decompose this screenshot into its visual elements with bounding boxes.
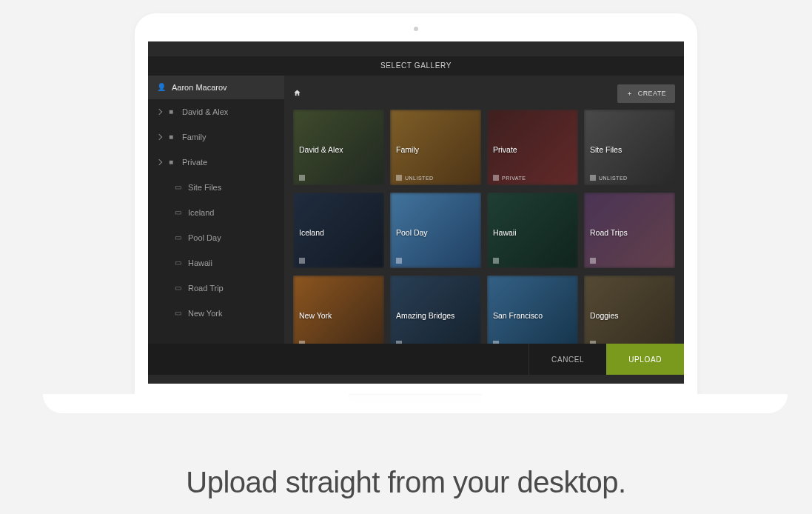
sidebar-gallery[interactable]: ▭ Hawaii	[148, 250, 284, 276]
folder-icon: ■	[169, 99, 178, 124]
user-name: Aaron Macarov	[172, 76, 227, 99]
badge-label: UNLISTED	[405, 176, 434, 181]
gallery-card[interactable]: Site Files UNLISTED	[584, 110, 675, 185]
chevron-right-icon	[156, 134, 162, 140]
cancel-button[interactable]: CANCEL	[529, 344, 606, 375]
card-title: Road Trips	[590, 228, 628, 237]
card-badge	[299, 341, 308, 344]
card-thumbnail	[293, 276, 384, 344]
card-badge: PRIVATE	[493, 175, 526, 181]
sidebar-item-label: Pool Day	[188, 225, 221, 250]
badge-icon	[590, 175, 596, 181]
create-label: CREATE	[638, 90, 666, 97]
gallery-card[interactable]: Pool Day	[390, 193, 481, 268]
gallery-card[interactable]: Hawaii	[487, 193, 578, 268]
badge-icon	[299, 341, 305, 344]
plus-icon: ＋	[626, 89, 633, 99]
gallery-icon: ▭	[175, 200, 184, 225]
badge-icon	[590, 341, 596, 344]
card-title: Site Files	[590, 145, 622, 154]
card-thumbnail	[584, 276, 675, 344]
gallery-card[interactable]: San Francisco	[487, 276, 578, 344]
gallery-card[interactable]: Family UNLISTED	[390, 110, 481, 185]
card-badge	[299, 175, 308, 181]
card-title: Family	[396, 145, 419, 154]
modal-title: SELECT GALLERY	[148, 56, 684, 76]
sidebar-item-label: New York	[188, 301, 222, 326]
card-badge	[396, 258, 405, 264]
badge-icon	[493, 341, 499, 344]
sidebar-folder[interactable]: ■ David & Alex	[148, 99, 284, 124]
page-headline: Upload straight from your desktop.	[0, 466, 812, 499]
card-thumbnail	[487, 276, 578, 344]
sidebar-item-label: Family	[182, 124, 206, 150]
card-badge	[590, 258, 599, 264]
gallery-grid: David & Alex Family UNLISTED Private PRI…	[293, 110, 675, 344]
gallery-card[interactable]: New York	[293, 276, 384, 344]
modal-footer: CANCEL UPLOAD	[148, 344, 684, 375]
badge-icon	[299, 258, 305, 264]
gallery-card[interactable]: Iceland	[293, 193, 384, 268]
home-icon[interactable]	[293, 89, 301, 99]
sidebar-item-label: David & Alex	[182, 99, 228, 124]
badge-icon	[299, 175, 305, 181]
sidebar-user[interactable]: 👤 Aaron Macarov	[148, 76, 284, 99]
sidebar-gallery[interactable]: ▭ Site Files	[148, 175, 284, 200]
card-title: San Francisco	[493, 311, 543, 320]
badge-label: UNLISTED	[599, 176, 628, 181]
user-icon: 👤	[157, 76, 166, 99]
card-badge: UNLISTED	[396, 175, 434, 181]
gallery-icon: ▭	[175, 175, 184, 200]
badge-icon	[493, 258, 499, 264]
card-title: Hawaii	[493, 228, 517, 237]
chevron-right-icon	[156, 159, 162, 165]
modal-body: 👤 Aaron Macarov ■ David & Alex ■ Family …	[148, 76, 684, 344]
gallery-card[interactable]: Private PRIVATE	[487, 110, 578, 185]
create-button[interactable]: ＋ CREATE	[617, 84, 675, 103]
sidebar-folder[interactable]: ■ Private	[148, 150, 284, 175]
card-title: Doggies	[590, 311, 619, 320]
folder-icon: ■	[169, 150, 178, 175]
card-badge	[299, 258, 308, 264]
card-badge	[493, 258, 502, 264]
card-title: New York	[299, 311, 332, 320]
sidebar-gallery[interactable]: ▭ New York	[148, 301, 284, 326]
card-title: Pool Day	[396, 228, 428, 237]
content-pane: ＋ CREATE David & Alex Family UNLISTED Pr…	[284, 76, 684, 344]
sidebar-item-label: Private	[182, 150, 207, 175]
laptop-base	[43, 394, 788, 413]
sidebar-folder[interactable]: ■ Family	[148, 124, 284, 150]
chevron-right-icon	[156, 109, 162, 115]
badge-icon	[396, 258, 402, 264]
card-title: David & Alex	[299, 145, 343, 154]
badge-icon	[590, 258, 596, 264]
sidebar-gallery[interactable]: ▭ Road Trip	[148, 276, 284, 301]
sidebar: 👤 Aaron Macarov ■ David & Alex ■ Family …	[148, 76, 284, 344]
card-badge	[590, 341, 599, 344]
gallery-icon: ▭	[175, 276, 184, 301]
card-badge: UNLISTED	[590, 175, 628, 181]
gallery-card[interactable]: David & Alex	[293, 110, 384, 185]
laptop-frame: SELECT GALLERY 👤 Aaron Macarov ■ David &…	[135, 13, 697, 398]
gallery-card[interactable]: Amazing Bridges	[390, 276, 481, 344]
badge-icon	[493, 175, 499, 181]
card-badge	[493, 341, 502, 344]
gallery-card[interactable]: Road Trips	[584, 193, 675, 268]
gallery-modal: SELECT GALLERY 👤 Aaron Macarov ■ David &…	[148, 56, 684, 375]
sidebar-item-label: Site Files	[188, 175, 221, 200]
upload-button[interactable]: UPLOAD	[606, 344, 684, 375]
sidebar-item-label: Hawaii	[188, 250, 212, 276]
camera-dot	[414, 27, 418, 31]
badge-icon	[396, 341, 402, 344]
card-title: Iceland	[299, 228, 324, 237]
gallery-card[interactable]: Doggies	[584, 276, 675, 344]
card-badge	[396, 341, 405, 344]
badge-icon	[396, 175, 402, 181]
gallery-icon: ▭	[175, 301, 184, 326]
sidebar-gallery[interactable]: ▭ Iceland	[148, 200, 284, 225]
folder-icon: ■	[169, 124, 178, 150]
sidebar-gallery[interactable]: ▭ Pool Day	[148, 225, 284, 250]
badge-label: PRIVATE	[502, 176, 526, 181]
sidebar-item-label: Road Trip	[188, 276, 224, 301]
content-toolbar: ＋ CREATE	[293, 83, 675, 104]
